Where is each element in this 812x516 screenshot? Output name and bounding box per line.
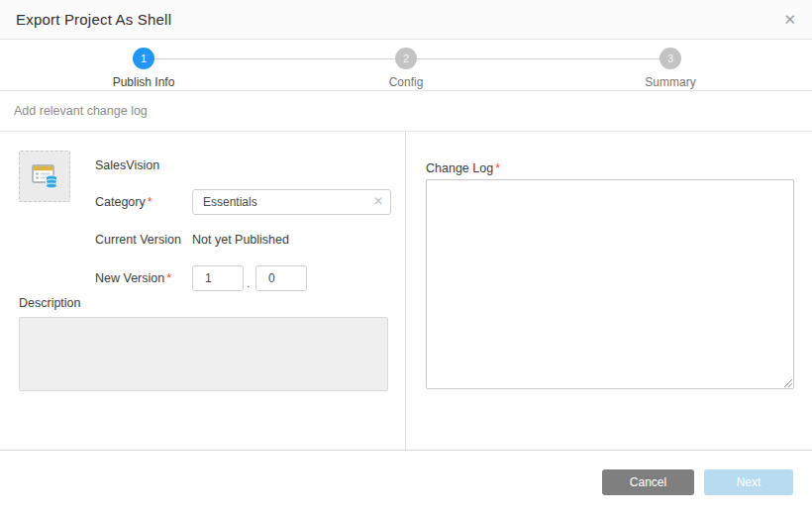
step-1-label: Publish Info (113, 75, 175, 89)
description-textarea (19, 317, 388, 391)
change-log-panel: Change Log* (406, 132, 812, 450)
required-asterisk: * (148, 195, 152, 209)
description-label: Description (19, 296, 81, 310)
step-config[interactable]: 2 Config (337, 48, 475, 89)
cancel-button[interactable]: Cancel (602, 469, 694, 495)
wizard-stepper: 1 Publish Info 2 Config 3 Summary (0, 40, 812, 91)
required-asterisk: * (495, 161, 500, 175)
category-label: Category* (95, 195, 152, 209)
dialog-title-bar: Export Project As Shell ✕ (0, 0, 812, 40)
new-version-major-input[interactable] (192, 265, 244, 291)
step-3-label: Summary (645, 75, 695, 89)
publish-info-panel: SalesVision Category* ✕ Current Version … (0, 132, 406, 450)
spreadsheet-with-database-icon (28, 159, 61, 193)
category-field-wrap: ✕ (192, 189, 391, 215)
content-area: SalesVision Category* ✕ Current Version … (0, 132, 812, 451)
dialog-title: Export Project As Shell (16, 11, 171, 28)
version-separator: . (247, 276, 250, 290)
step-publish-info[interactable]: 1 Publish Info (74, 48, 213, 89)
new-version-minor-input[interactable] (255, 265, 307, 291)
step-2-label: Config (389, 75, 424, 89)
export-project-dialog: Export Project As Shell ✕ 1 Publish Info… (0, 0, 812, 516)
step-1-circle: 1 (133, 48, 154, 69)
current-version-label: Current Version (95, 233, 181, 247)
change-log-textarea[interactable] (426, 179, 794, 389)
change-log-label: Change Log* (426, 161, 500, 175)
category-input[interactable] (192, 189, 391, 215)
new-version-label: New Version* (95, 271, 171, 285)
dialog-footer: Cancel Next (0, 451, 812, 514)
project-thumbnail (19, 151, 70, 202)
close-icon[interactable]: ✕ (783, 12, 796, 27)
step-3-circle: 3 (660, 48, 681, 69)
project-name: SalesVision (95, 158, 159, 172)
required-asterisk: * (166, 271, 171, 285)
step-2-circle: 2 (395, 48, 417, 69)
clear-category-icon[interactable]: ✕ (373, 195, 383, 208)
note-text: Add relevant change log (14, 104, 148, 118)
current-version-value: Not yet Published (192, 233, 289, 247)
next-button[interactable]: Next (704, 469, 793, 495)
change-log-field-wrap (426, 179, 794, 389)
note-row: Add relevant change log (0, 91, 812, 132)
step-summary[interactable]: 3 Summary (601, 48, 740, 89)
